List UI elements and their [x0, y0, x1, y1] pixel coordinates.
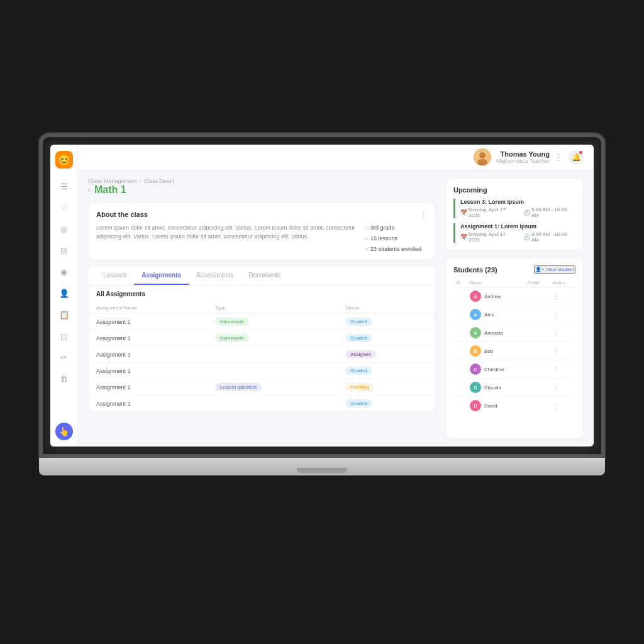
upcoming-date-text: Monday, April 17 2023 — [469, 231, 518, 243]
status-badge: Assigned — [345, 350, 376, 358]
sidebar-icon-settings[interactable]: ◉ — [55, 263, 73, 280]
upcoming-title: Upcoming — [453, 186, 575, 194]
new-student-button[interactable]: 👤+ New student — [534, 265, 575, 274]
col-type: Type — [208, 303, 338, 314]
sidebar-icon-heart[interactable]: ♡ — [55, 199, 73, 216]
table-row: Assignment 1 Assigned — [89, 347, 435, 363]
about-card-menu[interactable]: ⋮ — [419, 210, 427, 219]
student-action[interactable]: ⋮ — [550, 324, 575, 342]
header-user: Thomas Young Mathematics Teacher ⋮ — [474, 148, 562, 166]
sidebar-fab[interactable]: 👆 — [55, 423, 73, 440]
col-name: Name — [467, 279, 525, 287]
table-row: Assignment 1 Lesson question Pending — [89, 379, 435, 396]
tab-lessons[interactable]: Lessons — [96, 267, 134, 285]
tab-assessments[interactable]: Assessments — [189, 267, 241, 285]
about-description: Lorem ipsum dolor sit amet, consectetur … — [96, 224, 357, 252]
student-action-menu[interactable]: ⋮ — [553, 402, 559, 409]
meta-students: ○ 23 students enrolled — [364, 245, 427, 252]
back-button[interactable]: ‹ — [88, 186, 91, 194]
type-badge: Homework — [215, 334, 249, 342]
student-row: A Andrew ⋮ — [453, 287, 575, 306]
status-badge: Graded — [345, 318, 372, 326]
table-row: Assignment 1 Graded — [89, 396, 435, 412]
upcoming-item: Lesson 3: Lorem Ipsum 📅 Monday, April 17… — [453, 199, 575, 218]
sidebar-icon-box[interactable]: ⊟ — [55, 242, 73, 259]
svg-point-2 — [477, 159, 487, 165]
sidebar-icon-user[interactable]: 👤 — [55, 284, 73, 302]
student-name-cell: B Bob — [467, 342, 525, 360]
sidebar: 😊 ☰ ♡ ◎ ⊟ ◉ 👤 📋 ◻ ✏ 🗑 👆 — [50, 145, 78, 447]
header-user-info: Thomas Young Mathematics Teacher — [496, 150, 550, 164]
new-student-icon: 👤+ — [535, 267, 545, 272]
student-action-menu[interactable]: ⋮ — [553, 311, 559, 318]
student-action[interactable]: ⋮ — [550, 379, 575, 397]
breadcrumb-class-detail[interactable]: Class Detail — [144, 178, 174, 184]
student-action-menu[interactable]: ⋮ — [553, 330, 559, 336]
student-grade — [525, 287, 550, 306]
upcoming-items: Lesson 3: Lorem Ipsum 📅 Monday, April 17… — [453, 199, 575, 243]
assignment-name: Assignment 1 — [89, 396, 208, 412]
sidebar-icon-menu[interactable]: ☰ — [55, 177, 73, 195]
student-action-menu[interactable]: ⋮ — [553, 384, 559, 391]
student-action-menu[interactable]: ⋮ — [553, 348, 559, 355]
lessons-text: 15 lessons — [370, 235, 397, 242]
student-avatar: C — [470, 364, 481, 375]
student-action[interactable]: ⋮ — [550, 306, 575, 324]
type-badge: Lesson question — [215, 383, 262, 391]
student-action[interactable]: ⋮ — [550, 397, 575, 415]
upcoming-card: Upcoming Lesson 3: Lorem Ipsum 📅 Monday,… — [445, 178, 584, 251]
student-name: Andrew — [484, 294, 501, 299]
assignment-status: Pending — [338, 379, 435, 396]
student-action[interactable]: ⋮ — [550, 287, 575, 306]
notification-bell[interactable]: 🔔 — [569, 150, 584, 165]
right-panel: Upcoming Lesson 3: Lorem Ipsum 📅 Monday,… — [445, 178, 584, 439]
student-action[interactable]: ⋮ — [550, 342, 575, 360]
student-avatar: A — [470, 291, 481, 302]
col-action: Action — [550, 279, 575, 287]
student-row: B Bob ⋮ — [453, 342, 575, 360]
col-id: ID — [453, 279, 467, 287]
assignment-type: Homework — [208, 314, 338, 330]
student-grade — [525, 397, 550, 415]
upcoming-item-title: Assignment 1: Lorem Ipsum — [460, 223, 575, 230]
tab-documents[interactable]: Documents — [242, 267, 289, 285]
student-action[interactable]: ⋮ — [550, 360, 575, 379]
student-name: Amanda — [484, 330, 503, 336]
about-card: About the class ⋮ Lorem ipsum dolor sit … — [88, 202, 435, 260]
student-name: Bob — [484, 348, 493, 354]
header-menu-icon[interactable]: ⋮ — [555, 153, 562, 162]
sidebar-icon-circle[interactable]: ◎ — [55, 220, 73, 238]
upcoming-time: 🕐 9:00 AM - 10:00 AM — [523, 231, 575, 243]
upcoming-date: 📅 Monday, April 17 2023 — [460, 231, 518, 243]
breadcrumb-area: Class Management › Class Detail ‹ Math 1 — [88, 178, 435, 196]
clock-icon: 🕐 — [523, 234, 530, 240]
breadcrumb-class-management[interactable]: Class Management — [88, 178, 137, 184]
grade-text: 3rd grade — [370, 225, 395, 231]
students-text: 23 students enrolled — [370, 246, 421, 252]
assignment-status: Graded — [338, 330, 435, 347]
sidebar-icon-square[interactable]: ◻ — [55, 327, 73, 345]
student-name-cell: C Claudia — [467, 379, 525, 397]
sidebar-icon-trash[interactable]: 🗑 — [55, 370, 73, 387]
assignment-type — [208, 363, 338, 379]
status-badge: Graded — [345, 334, 372, 342]
about-card-body: Lorem ipsum dolor sit amet, consectetur … — [96, 224, 427, 252]
sidebar-icon-edit[interactable]: ✏ — [55, 348, 73, 366]
student-avatar: B — [470, 345, 481, 357]
student-row: D David ⋮ — [453, 397, 575, 415]
upcoming-item: Assignment 1: Lorem Ipsum 📅 Monday, Apri… — [453, 223, 575, 243]
tab-assignments[interactable]: Assignments — [134, 267, 189, 285]
meta-grade: ○ 3rd grade — [364, 224, 427, 231]
assignment-type: Homework — [208, 330, 338, 347]
student-action-menu[interactable]: ⋮ — [553, 366, 559, 373]
laptop-frame: 😊 ☰ ♡ ◎ ⊟ ◉ 👤 📋 ◻ ✏ 🗑 👆 — [39, 133, 605, 511]
svg-point-1 — [479, 152, 486, 158]
student-row: A Alex ⋮ — [453, 306, 575, 324]
student-id — [453, 379, 467, 397]
about-card-header: About the class ⋮ — [96, 210, 427, 219]
sidebar-icon-clipboard[interactable]: 📋 — [55, 306, 73, 323]
assignment-type: Lesson question — [208, 379, 338, 396]
students-icon: ○ — [364, 245, 368, 252]
student-action-menu[interactable]: ⋮ — [553, 293, 559, 300]
student-grade — [525, 324, 550, 342]
